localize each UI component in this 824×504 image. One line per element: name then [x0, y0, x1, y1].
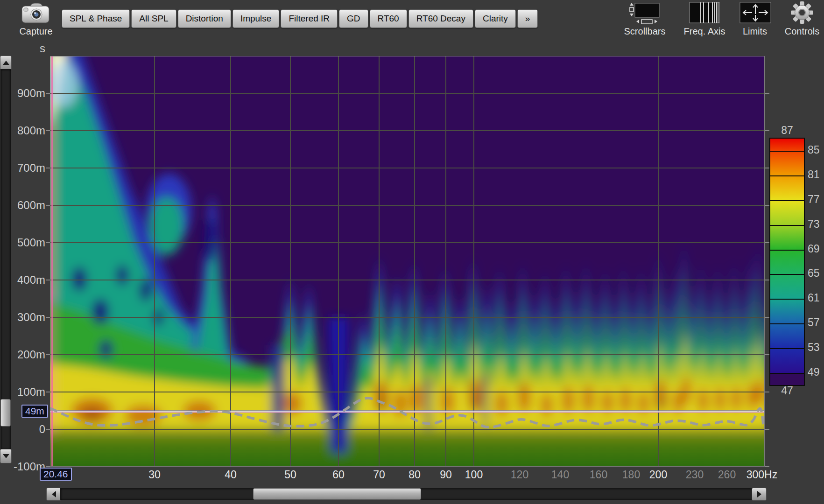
- x-tick-260: 260: [708, 469, 746, 481]
- legend-boundary: [770, 250, 804, 251]
- axis-tick: [765, 168, 769, 168]
- x-tick-70: 70: [360, 469, 398, 481]
- scrollbars-button[interactable]: Scrollbars: [612, 1, 677, 37]
- x-tick-160: 160: [580, 469, 617, 481]
- legend-tick-53: 53: [808, 341, 824, 354]
- legend-boundary: [770, 348, 804, 349]
- tab-rt60[interactable]: RT60: [370, 9, 407, 28]
- legend-tick-69: 69: [808, 243, 824, 255]
- hscroll-thumb[interactable]: [253, 488, 421, 500]
- legend-boundary: [770, 274, 804, 275]
- legend-boundary: [770, 175, 804, 176]
- capture-button[interactable]: Capture: [13, 2, 59, 37]
- spectrogram-plot[interactable]: [50, 56, 765, 467]
- y-tick-600m: 600m: [5, 199, 45, 212]
- x-tick-60: 60: [320, 469, 357, 481]
- axis-tick: [46, 280, 50, 280]
- view-tabbar: SPL & Phase All SPL Distortion Impulse F…: [62, 9, 538, 27]
- y-tick-100m: 100m: [5, 385, 45, 399]
- y-tick-200m: 200m: [5, 348, 45, 361]
- axis-tick: [46, 93, 50, 94]
- y-tick-300m: 300m: [5, 311, 45, 324]
- tab-clarity[interactable]: Clarity: [475, 9, 516, 28]
- gear-icon: [790, 1, 814, 24]
- y-tick-900m: 900m: [5, 87, 45, 100]
- x-tick-230: 230: [676, 469, 713, 481]
- axis-tick: [46, 242, 50, 243]
- legend-boundary: [770, 151, 804, 152]
- tab-rt60-decay[interactable]: RT60 Decay: [408, 9, 473, 28]
- camera-icon: [21, 3, 51, 24]
- axis-tick: [46, 317, 50, 318]
- tab-impulse[interactable]: Impulse: [232, 9, 280, 28]
- axis-tick: [765, 93, 769, 94]
- axis-tick: [765, 466, 769, 467]
- y-tick-800m: 800m: [5, 124, 45, 137]
- legend-min-label: 47: [769, 385, 805, 397]
- tab-spl-phase[interactable]: SPL & Phase: [62, 9, 130, 28]
- y-tick-n100m: -100m: [5, 460, 45, 473]
- scrollbars-label: Scrollbars: [612, 26, 677, 37]
- tab-gd[interactable]: GD: [339, 9, 368, 28]
- left-arrow-icon: [52, 491, 56, 497]
- axis-tick: [765, 354, 769, 355]
- y-tick-400m: 400m: [5, 273, 45, 287]
- x-tick-200: 200: [640, 469, 677, 481]
- scrollbars-icon: [628, 2, 662, 25]
- legend-tick-61: 61: [808, 292, 824, 304]
- cursor-freq-readout: 20.46: [40, 468, 72, 481]
- controls-label: Controls: [769, 26, 824, 37]
- axis-tick: [765, 429, 769, 430]
- legend-boundary: [770, 373, 804, 374]
- color-scale-bar: [769, 138, 805, 386]
- axis-tick: [765, 392, 769, 392]
- axis-tick: [765, 130, 769, 131]
- limits-icon: [739, 2, 771, 23]
- y-tick-500m: 500m: [5, 236, 45, 249]
- legend-boundary: [770, 200, 804, 201]
- up-arrow-icon: [3, 61, 9, 65]
- hscroll-right-button[interactable]: [752, 488, 767, 501]
- legend-tick-85: 85: [808, 144, 824, 156]
- axis-tick: [46, 429, 50, 430]
- legend-tick-49: 49: [808, 366, 824, 378]
- tab-overflow-chevron[interactable]: »: [517, 9, 538, 28]
- x-tick-300hz: 300Hz: [743, 469, 781, 481]
- legend-tick-57: 57: [808, 316, 824, 329]
- legend-tick-81: 81: [808, 168, 824, 181]
- axis-tick: [46, 205, 50, 206]
- axis-tick: [46, 130, 50, 131]
- vscroll-up-button[interactable]: [0, 56, 12, 70]
- axis-tick: [46, 466, 50, 467]
- x-tick-50: 50: [272, 469, 309, 481]
- capture-label: Capture: [13, 26, 59, 37]
- x-tick-30: 30: [136, 469, 173, 481]
- axis-tick: [765, 205, 769, 206]
- x-tick-100: 100: [455, 469, 493, 481]
- legend-tick-73: 73: [808, 218, 824, 231]
- legend-tick-77: 77: [808, 193, 824, 206]
- freq-axis-icon: [689, 2, 720, 23]
- x-tick-140: 140: [542, 469, 579, 481]
- axis-tick: [765, 317, 769, 318]
- y-tick-700m: 700m: [5, 161, 45, 175]
- legend-boundary: [770, 299, 804, 300]
- tab-filtered-ir[interactable]: Filtered IR: [281, 9, 338, 28]
- y-axis-unit: s: [5, 42, 45, 55]
- hscroll-left-button[interactable]: [46, 488, 61, 501]
- rew-window: Capture SPL & Phase All SPL Distortion I…: [0, 0, 824, 504]
- legend-tick-65: 65: [808, 267, 824, 280]
- x-tick-40: 40: [212, 469, 249, 481]
- axis-tick: [765, 242, 769, 243]
- x-tick-120: 120: [501, 469, 538, 481]
- right-arrow-icon: [757, 491, 761, 497]
- axis-tick: [46, 354, 50, 355]
- tab-distortion[interactable]: Distortion: [178, 9, 231, 28]
- time-cursor-line: [50, 410, 765, 413]
- tab-all-spl[interactable]: All SPL: [131, 9, 176, 28]
- legend-boundary: [770, 225, 804, 226]
- controls-button[interactable]: Controls: [769, 1, 824, 37]
- down-arrow-icon: [3, 454, 9, 458]
- legend-boundary: [770, 323, 804, 324]
- axis-tick: [46, 392, 50, 392]
